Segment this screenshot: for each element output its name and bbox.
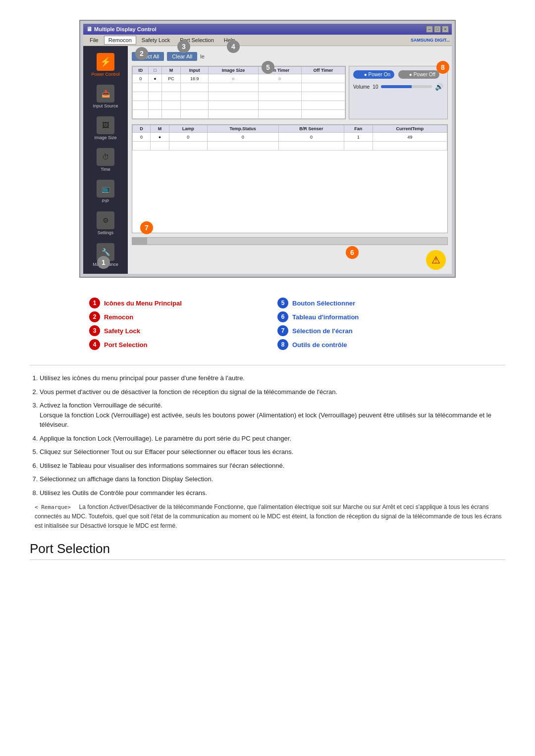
menu-safety-lock[interactable]: Safety Lock [137, 36, 174, 45]
col-d: D [133, 125, 151, 133]
sidebar: ⚡ Power Control 📥 Input Source 🖼 Image S… [83, 46, 128, 274]
menu-remocon[interactable]: Remocon [104, 36, 136, 45]
cell-m2: ● [150, 133, 169, 142]
legend-circle-2: 2 [89, 311, 100, 322]
sidebar-item-input-source[interactable]: 📥 Input Source [86, 83, 125, 110]
table-row [133, 101, 345, 110]
upper-display-table: ID □ M Input Image Size On Timer Off Tim… [132, 66, 346, 119]
power-control-icon: ⚡ [97, 53, 114, 71]
legend-label-1: Icônes du Menu Principal [104, 300, 182, 307]
badge-3: 3 [177, 40, 190, 53]
badge-2: 2 [135, 47, 148, 60]
legend-area: 1 Icônes du Menu Principal 2 Remocon 3 S… [79, 293, 456, 355]
col-image-size: Image Size [209, 67, 258, 74]
sidebar-item-image-size[interactable]: 🖼 Image Size [86, 114, 125, 142]
col-m2: M [150, 125, 169, 133]
list-item-3: Activez la fonction Verrouillage de sécu… [40, 401, 505, 430]
power-off-label: ● Power Off [409, 72, 435, 77]
list-item-2: Vous permet d'activer ou de désactiver l… [40, 387, 505, 397]
badge-5: 5 [262, 61, 274, 74]
table-row[interactable]: 0 ● PC 16:9 ○ ○ [133, 74, 345, 83]
col-input: Input [181, 67, 209, 74]
toolbar-text: le [200, 53, 205, 59]
power-on-button[interactable]: ● Power On [353, 70, 394, 79]
legend-circle-3: 3 [89, 325, 100, 336]
cell-temp: 0 [207, 133, 278, 142]
table-row[interactable]: 0 ● 0 0 0 1 49 [133, 133, 447, 142]
sidebar-item-time[interactable]: ⏱ Time [86, 146, 125, 174]
minimize-button[interactable]: – [426, 26, 433, 33]
legend-item-8: 8 Outils de contrôle [277, 339, 446, 350]
legend-label-2: Remocon [104, 313, 133, 321]
horizontal-scrollbar[interactable] [132, 237, 448, 245]
sidebar-item-pip[interactable]: 📺 PIP [86, 178, 125, 205]
power-on-label: ● Power On [364, 72, 390, 77]
section-divider [30, 365, 505, 365]
sidebar-item-power-control[interactable]: ⚡ Power Control [86, 51, 125, 79]
legend-item-4: 4 Port Selection [89, 339, 258, 350]
samsung-logo: SAMSUNG DIGIT... [411, 38, 450, 43]
table-area: ID □ M Input Image Size On Timer Off Tim… [132, 66, 448, 119]
settings-icon: ⚙ [97, 211, 114, 229]
table-row [133, 110, 345, 119]
title-bar: 🖥 Multiple Display Control – □ × [83, 24, 452, 35]
legend-circle-8: 8 [277, 339, 288, 350]
col-br-senser: B/R Senser [278, 125, 344, 133]
cell-br: 0 [278, 133, 344, 142]
table-row [133, 142, 447, 151]
power-on-dot [357, 72, 361, 76]
legend-circle-7: 7 [277, 325, 288, 336]
legend-label-4: Port Selection [104, 341, 147, 349]
legend-item-2: 2 Remocon [89, 311, 258, 322]
numbered-list: Utilisez les icônes du menu principal po… [30, 373, 505, 531]
time-icon: ⏱ [97, 148, 114, 166]
power-control-label: Power Control [91, 72, 119, 77]
list-item-4: Applique la fonction Lock (Verrouillage)… [40, 434, 505, 444]
legend-item-6: 6 Tableau d'information [277, 311, 446, 322]
lower-display-table: D M Lamp Temp.Status B/R Senser Fan Curr… [132, 124, 448, 233]
remark-label: < Remarque> [35, 504, 71, 510]
right-controls-panel: ● Power On ● Power Off Volume 10 🔊 [349, 66, 448, 119]
menu-file[interactable]: File [85, 36, 103, 45]
menu-bar: File Remocon Safety Lock Port Selection … [83, 35, 452, 46]
table-row [133, 83, 345, 92]
app-icon: 🖥 [86, 26, 92, 33]
list-item-5: Cliquez sur Sélectionner Tout ou sur Eff… [40, 447, 505, 457]
image-size-label: Image Size [94, 135, 116, 140]
pip-icon: 📺 [97, 180, 114, 198]
legend-item-1: 1 Icônes du Menu Principal [89, 298, 258, 308]
cell-imagesize: ○ [209, 74, 258, 83]
table-row [133, 92, 345, 101]
close-button[interactable]: × [442, 26, 449, 33]
col-m: M [161, 67, 181, 74]
cell-id: 0 [133, 74, 149, 83]
volume-slider[interactable] [381, 85, 432, 88]
legend-label-7: Sélection de l'écran [292, 327, 353, 335]
list-item-8: Utilisez les Outils de Contrôle pour com… [40, 488, 505, 498]
legend-label-3: Safety Lock [104, 327, 140, 335]
cell-curtemp: 49 [373, 133, 447, 142]
image-size-icon: 🖼 [97, 116, 114, 134]
col-temp-status: Temp.Status [207, 125, 278, 133]
badge-1: 1 [97, 256, 110, 269]
volume-row: Volume 10 🔊 [353, 83, 443, 91]
legend-item-3: 3 Safety Lock [89, 325, 258, 336]
col-current-temp: CurrentTemp [373, 125, 447, 133]
clear-all-button[interactable]: Clear All [167, 52, 197, 61]
legend-item-5: 5 Bouton Sélectionner [277, 298, 446, 308]
badge-4: 4 [227, 40, 240, 53]
col-check: □ [149, 67, 161, 74]
settings-label: Settings [98, 230, 114, 235]
legend-circle-1: 1 [89, 298, 100, 308]
remark-block: < Remarque> La fonction Activer/Désactiv… [30, 503, 505, 531]
legend-label-6: Tableau d'information [292, 313, 359, 321]
badge-6: 6 [346, 246, 359, 259]
volume-value: 10 [373, 84, 378, 90]
time-label: Time [101, 167, 110, 172]
col-off-timer: Off Timer [301, 67, 345, 74]
power-off-button[interactable]: ● Power Off [398, 70, 439, 79]
legend-circle-6: 6 [277, 311, 288, 322]
remark-text: La fonction Activer/Désactiver de la tél… [35, 504, 502, 529]
maximize-button[interactable]: □ [434, 26, 441, 33]
sidebar-item-settings[interactable]: ⚙ Settings [86, 209, 125, 237]
